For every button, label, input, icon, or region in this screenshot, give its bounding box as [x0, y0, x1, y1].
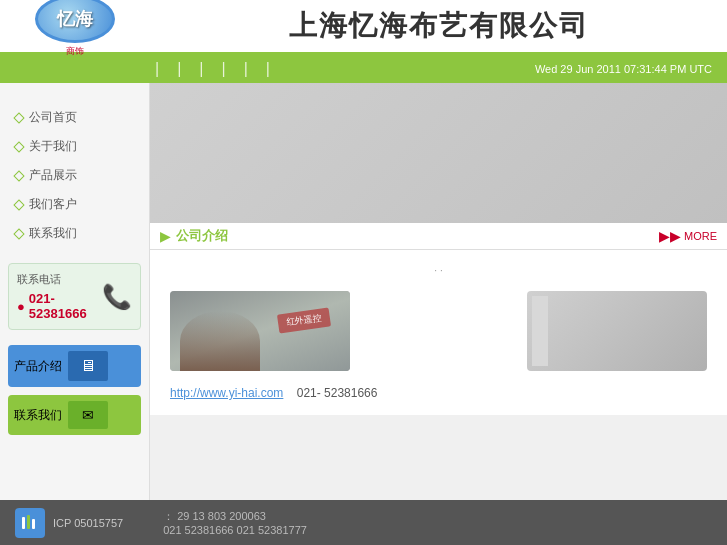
diamond-icon-4	[13, 199, 24, 210]
nav-pipe-6: |	[266, 60, 270, 78]
footer-info-line2: 021 52381666 021 52381777	[163, 524, 307, 536]
footer: ICP 05015757 ： 29 13 803 200063 021 5238…	[0, 500, 727, 545]
nav-pipe-3: |	[199, 60, 203, 78]
datetime: Wed 29 Jun 2011 07:31:44 PM UTC	[535, 63, 722, 75]
blinds-container	[532, 296, 548, 366]
diamond-icon-3	[13, 170, 24, 181]
svg-rect-2	[32, 519, 35, 529]
phone-handset-icon: 📞	[102, 283, 132, 311]
nav-pipe-1: |	[155, 60, 159, 78]
product-images: 红外遥控	[160, 281, 717, 381]
sidebar-label-clients: 我们客户	[29, 196, 77, 213]
nav-pipe-4: |	[221, 60, 225, 78]
sidebar-product-button[interactable]: 产品介绍 🖥	[8, 345, 141, 387]
section-icon: ▶	[160, 228, 171, 244]
diamond-icon-2	[13, 141, 24, 152]
footer-info-line1: ： 29 13 803 200063	[163, 509, 307, 524]
sidebar-item-products[interactable]: 产品展示	[0, 161, 149, 190]
sidebar-item-home[interactable]: 公司首页	[0, 103, 149, 132]
svg-rect-1	[27, 515, 30, 529]
sidebar-item-about[interactable]: 关于我们	[0, 132, 149, 161]
main-layout: 公司首页 关于我们 产品展示 我们客户 联系我们 联系	[0, 83, 727, 500]
product-overlay-text: 红外遥控	[277, 307, 331, 333]
hands-image: 红外遥控	[170, 291, 350, 371]
logo-circle: 忆海	[35, 0, 115, 43]
content-phone: 021- 52381666	[297, 386, 378, 400]
sidebar-item-contact[interactable]: 联系我们	[0, 219, 149, 248]
product-image-2	[527, 291, 707, 371]
nav-bar: | | | | | | Wed 29 Jun 2011 07:31:44 PM …	[0, 55, 727, 83]
content-body: · · 红外遥控	[150, 250, 727, 415]
sidebar-contactus-label: 联系我们	[14, 407, 62, 424]
section-header: ▶ 公司介绍 ▶▶ MORE	[150, 223, 727, 250]
footer-separator: ：	[163, 510, 174, 522]
sidebar-product-label: 产品介绍	[14, 358, 62, 375]
sidebar-item-clients[interactable]: 我们客户	[0, 190, 149, 219]
sidebar-contactus-image: ✉	[68, 401, 108, 429]
content-dots: · ·	[160, 260, 717, 281]
nav-pipe-5: |	[244, 60, 248, 78]
sidebar-product-image: 🖥	[68, 351, 108, 381]
nav-pipe-2: |	[177, 60, 181, 78]
logo-main-text: 忆海	[57, 7, 93, 31]
phone-icon: ●	[17, 299, 25, 314]
sidebar-label-about: 关于我们	[29, 138, 77, 155]
diamond-icon-1	[13, 112, 24, 123]
sidebar-contactus-button[interactable]: 联系我们 ✉	[8, 395, 141, 435]
more-arrow-icon: ▶▶	[659, 228, 681, 244]
contact-phone: ● 021-52381666	[17, 291, 98, 321]
sidebar-label-products: 产品展示	[29, 167, 77, 184]
sidebar: 公司首页 关于我们 产品展示 我们客户 联系我们 联系	[0, 83, 150, 500]
more-label: MORE	[684, 230, 717, 242]
sidebar-label-contact: 联系我们	[29, 225, 77, 242]
diamond-icon-5	[13, 228, 24, 239]
footer-address: 29 13 803 200063	[177, 510, 266, 522]
footer-info: ： 29 13 803 200063 021 52381666 021 5238…	[163, 509, 307, 536]
footer-logo	[15, 508, 45, 538]
footer-icp: ICP 05015757	[53, 517, 123, 529]
page-title: 上海忆海布艺有限公司	[150, 7, 727, 45]
logo: 忆海 商饰	[0, 0, 150, 54]
content-area: ▶ 公司介绍 ▶▶ MORE · · 红外遥控	[150, 83, 727, 500]
phone-number: 021-52381666	[29, 291, 98, 321]
header: 忆海 商饰 上海忆海布艺有限公司	[0, 0, 727, 55]
sidebar-nav: 公司首页 关于我们 产品展示 我们客户 联系我们	[0, 103, 149, 248]
banner-area	[150, 83, 727, 223]
product-image-1: 红外遥控	[170, 291, 350, 371]
footer-logo-icon	[20, 513, 40, 533]
nav-links: | | | | | |	[155, 60, 535, 78]
sidebar-label-home: 公司首页	[29, 109, 77, 126]
contact-label: 联系电话	[17, 272, 98, 287]
sidebar-contact-box: 联系电话 ● 021-52381666 📞	[8, 263, 141, 330]
logo-sub-text: 商饰	[35, 45, 115, 58]
website-link[interactable]: http://www.yi-hai.com	[170, 386, 283, 400]
contact-info-line: http://www.yi-hai.com 021- 52381666	[160, 381, 717, 405]
svg-rect-0	[22, 517, 25, 529]
hands-silhouette	[180, 311, 260, 371]
section-title: 公司介绍	[176, 227, 659, 245]
more-link[interactable]: ▶▶ MORE	[659, 228, 717, 244]
